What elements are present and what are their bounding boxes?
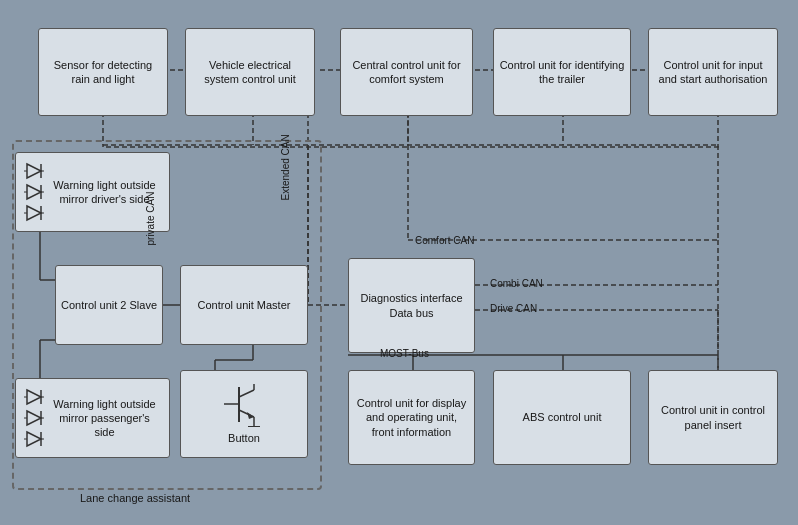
sensor-box: Sensor for detecting rain and light bbox=[38, 28, 168, 116]
most-bus-label: MOST-Bus bbox=[380, 348, 429, 359]
diagnostics-label: Diagnostics interface Data bus bbox=[354, 291, 469, 320]
display-unit-box: Control unit for display and operating u… bbox=[348, 370, 475, 465]
lane-change-border bbox=[12, 140, 322, 490]
lane-change-label: Lane change assistant bbox=[80, 492, 190, 504]
control-panel-box: Control unit in control panel insert bbox=[648, 370, 778, 465]
vehicle-elec-label: Vehicle electrical system control unit bbox=[191, 58, 309, 87]
comfort-can-label: Comfort CAN bbox=[415, 235, 474, 246]
central-control-label: Central control unit for comfort system bbox=[346, 58, 467, 87]
display-unit-label: Control unit for display and operating u… bbox=[354, 396, 469, 439]
diagnostics-box: Diagnostics interface Data bus bbox=[348, 258, 475, 353]
start-auth-box: Control unit for input and start authori… bbox=[648, 28, 778, 116]
trailer-box: Control unit for identifying the trailer bbox=[493, 28, 631, 116]
combi-can-label: Combi CAN bbox=[490, 278, 543, 289]
extended-can-label: Extended CAN bbox=[280, 134, 291, 200]
abs-label: ABS control unit bbox=[523, 410, 602, 424]
control-panel-label: Control unit in control panel insert bbox=[654, 403, 772, 432]
abs-box: ABS control unit bbox=[493, 370, 631, 465]
vehicle-elec-box: Vehicle electrical system control unit bbox=[185, 28, 315, 116]
trailer-label: Control unit for identifying the trailer bbox=[499, 58, 625, 87]
drive-can-label: Drive CAN bbox=[490, 303, 537, 314]
private-can-label: private CAN bbox=[145, 192, 156, 246]
central-control-box: Central control unit for comfort system bbox=[340, 28, 473, 116]
start-auth-label: Control unit for input and start authori… bbox=[654, 58, 772, 87]
sensor-label: Sensor for detecting rain and light bbox=[44, 58, 162, 87]
